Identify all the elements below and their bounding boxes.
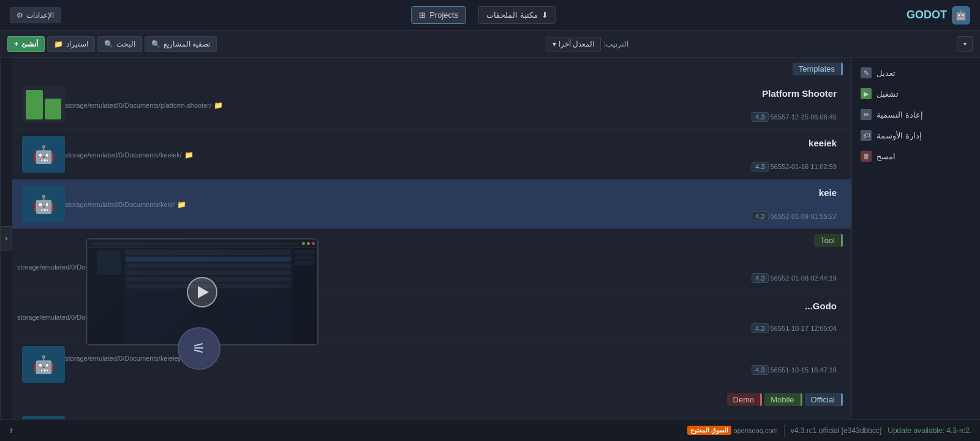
sidebar-item-run[interactable]: تشغيل ▶ [852, 83, 980, 104]
library-button[interactable]: ⬇ مكتبة الملحقات [478, 6, 556, 24]
edit-icon: ✎ [861, 67, 872, 78]
second-bar: ▾ الترتيب: المعدل آخرا ▾ تصفية المشاريع … [0, 31, 980, 58]
run-label: تشغيل [876, 89, 899, 99]
mini-title-bar [92, 242, 298, 246]
top-bar-center: ⬇ مكتبة الملحقات Projects ⊞ [411, 6, 556, 24]
library-label: مكتبة الملحقات [486, 10, 538, 20]
update-badge: Update available: 4.3-rc2. [888, 426, 971, 435]
project-info: keie 📁 /storage/emulated/0/Documents/kei… [65, 187, 843, 221]
project-thumbnail: 🤖 [22, 346, 65, 383]
settings-label: الإعدادات [26, 11, 54, 20]
path-text: /storage/emulated/0/Documents/platform-s… [65, 102, 211, 109]
search-icon: 🔍 [104, 40, 113, 48]
sidebar-item-clear[interactable]: امسح 🗑 [852, 146, 980, 167]
folder-icon: 📁 [184, 151, 194, 159]
mini-dot-yellow [307, 242, 310, 245]
project-thumbnail: 🤖 [22, 186, 65, 222]
opensooq-logo: السوق المفتوح opensooq.com [687, 422, 778, 439]
project-row[interactable]: Mobile Se... /storage/emulated/0/Documen… [12, 410, 851, 419]
project-info: Platform Shooter 📁 /storage/emulated/0/D… [65, 88, 843, 122]
sort-button[interactable]: المعدل آخرا ▾ [546, 37, 601, 51]
version-text: v4.3.rc1.official [e343dbbcc] [791, 426, 882, 435]
edit-label: تعديل [876, 69, 895, 78]
download-icon: ⬇ [541, 10, 548, 20]
projects-icon: ⊞ [419, 10, 426, 20]
sidebar-item-edit[interactable]: تعديل ✎ [852, 62, 980, 83]
project-name: keeiek [65, 138, 837, 148]
mini-sidebar [293, 248, 317, 344]
godot-face-icon: 🤖 [33, 355, 55, 375]
project-meta: 11:02:59 56552-01-16 4.3 [65, 162, 837, 172]
project-meta: 06:06:45 56557-12-25 4.3 [65, 112, 837, 122]
search-button[interactable]: البحث 🔍 [97, 36, 142, 52]
project-meta: 16:47:16 56551-10-15 4.3 [65, 365, 837, 375]
play-button[interactable] [187, 277, 217, 307]
tool-tag: Tool [814, 234, 843, 247]
filter-icon: 🔍 [151, 40, 160, 48]
top-bar: 🤖 GODOT ⬇ مكتبة الملحقات Projects ⊞ الإع… [0, 0, 980, 31]
multi-tag-row: Official Mobile Demo [12, 390, 851, 410]
sort-value: المعدل آخرا [559, 40, 594, 48]
share-button[interactable]: ⚟ [178, 327, 221, 370]
godot-face-icon: 🤖 [33, 145, 55, 165]
project-info: keeiek 📁 /storage/emulated/0/Documents/k… [65, 138, 843, 172]
settings-button[interactable]: الإعدادات ⚙ [10, 7, 61, 23]
new-project-button[interactable]: أنشئ + [7, 36, 45, 52]
path-text: /storage/emulated/0/Documents/keieiej [65, 355, 181, 362]
mini-row-selected [126, 257, 291, 262]
mini-dot-red [312, 242, 315, 245]
run-icon: ▶ [861, 88, 872, 99]
projects-label: Projects [429, 10, 458, 20]
godot-logo-text: GODOT [907, 9, 947, 21]
projects-button[interactable]: Projects ⊞ [411, 6, 466, 24]
second-bar-right: ▾ [957, 36, 973, 52]
godot-thumb: 🤖 [22, 346, 65, 383]
opensooq-badge: السوق المفتوح [687, 426, 731, 435]
folder-icon: 📁 [214, 101, 223, 110]
godot-face-icon: 🤖 [33, 194, 55, 214]
sort-section: الترتيب: المعدل آخرا ▾ [546, 37, 628, 51]
project-row[interactable]: 📁 /storage/emulated/0/Documents/keieiej … [12, 340, 851, 390]
sidebar-item-tags[interactable]: إدارة الأوسمة 🏷 [852, 125, 980, 146]
godot-thumb: 🤖 [22, 186, 65, 222]
mini-sidebar-item [295, 250, 315, 254]
godot-icon: 🤖 [952, 6, 970, 24]
top-bar-right: الإعدادات ⚙ [10, 7, 61, 23]
mini-right-panel [87, 248, 124, 344]
official-tag: Official [805, 393, 843, 406]
project-row[interactable]: keie 📁 /storage/emulated/0/Documents/kei… [12, 179, 851, 229]
tags-icon: 🏷 [861, 130, 872, 141]
path-text: /storage/emulated/0/Documents/keie [65, 201, 175, 208]
sidebar-item-rename[interactable]: إعادة التسمية ✏ [852, 104, 980, 125]
folder-icon: 📁 [177, 200, 186, 209]
second-bar-actions: تصفية المشاريع 🔍 البحث 🔍 استيراد 📁 أنشئ … [7, 36, 217, 52]
filter-button[interactable]: تصفية المشاريع 🔍 [145, 36, 217, 52]
sort-chevron: ▾ [552, 40, 556, 48]
clear-icon: 🗑 [861, 151, 872, 162]
main-layout: تعديل ✎ تشغيل ▶ إعادة التسمية ✏ إدارة ال… [0, 58, 980, 419]
rename-icon: ✏ [861, 109, 872, 120]
project-path: 📁 /storage/emulated/0/Documents/keeiek [65, 151, 837, 159]
top-bar-left: 🤖 GODOT [907, 6, 970, 24]
new-label: أنشئ [21, 40, 38, 48]
mini-dot-green [302, 242, 305, 245]
bottom-icon: ⬆ [9, 427, 14, 434]
godot-thumb: 🤖 [22, 136, 65, 173]
clear-label: امسح [876, 152, 895, 161]
collapse-panel: ‹ [0, 58, 12, 419]
project-thumbnail [22, 86, 65, 123]
collapse-arrow-button[interactable]: ‹ [1, 226, 12, 251]
mobile-tag: Mobile [764, 393, 802, 406]
search-label: البحث [116, 40, 135, 48]
bottom-right: ⬆ [9, 426, 14, 435]
project-row[interactable]: keeiek 📁 /storage/emulated/0/Documents/k… [12, 130, 851, 179]
divider [784, 424, 785, 437]
project-row[interactable]: Platform Shooter 📁 /storage/emulated/0/D… [12, 80, 851, 130]
mini-row [126, 250, 291, 255]
templates-tag: Templates [793, 62, 843, 75]
opensooq-url: opensooq.com [734, 427, 778, 434]
settings-icon: ⚙ [17, 11, 23, 20]
import-button[interactable]: استيراد 📁 [47, 36, 95, 52]
path-text: /storage/emulated/0/Documents/keeiek [65, 151, 182, 159]
collapse-button[interactable]: ▾ [957, 36, 973, 52]
